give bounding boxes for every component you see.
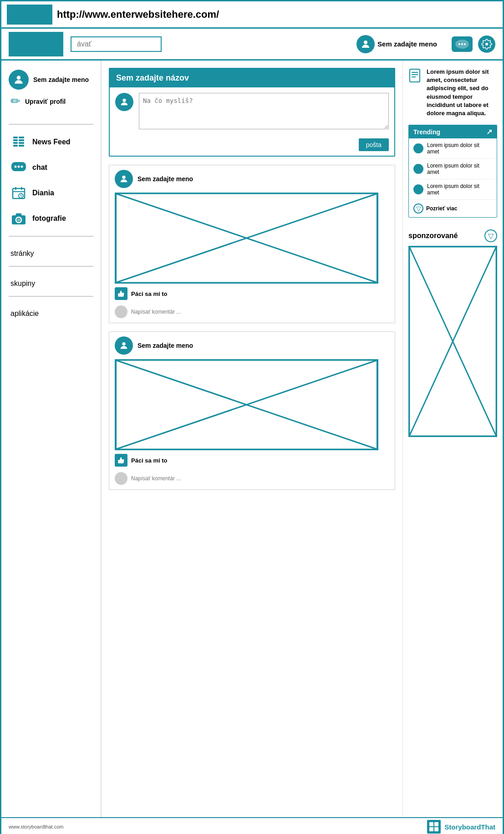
- news-feed-icon: [10, 134, 27, 150]
- feed-post-1-comment-row: Napísať komentár ...: [109, 304, 395, 323]
- sidebar-username: Sem zadajte meno: [33, 76, 89, 83]
- aplikacie-label[interactable]: aplikácie: [9, 301, 93, 321]
- skupiny-label[interactable]: skupiny: [9, 271, 93, 291]
- svg-point-16: [18, 166, 20, 168]
- footer-url: www.storyboardthat.com: [9, 824, 63, 829]
- nav-bar: Sem zadajte meno: [1, 29, 503, 61]
- post-box-footer: pošta: [110, 135, 394, 156]
- top-bar: http://www.enterwebsitehere.com/: [1, 1, 503, 29]
- svg-rect-38: [410, 69, 420, 82]
- comment-placeholder-2: Napísať komentár ...: [131, 475, 181, 482]
- svg-point-4: [464, 43, 466, 45]
- post-input[interactable]: [139, 93, 389, 129]
- sidebar-item-diania[interactable]: Diania: [9, 180, 93, 206]
- main-layout: Sem zadajte meno ✏ Upraviť profil: [1, 61, 503, 817]
- trending-more-text: Pozrieť viac: [426, 205, 457, 212]
- logo-placeholder: [7, 5, 52, 25]
- sponsored-title: sponzorované: [408, 232, 458, 240]
- sponsored-header: sponzorované ▽: [408, 229, 497, 242]
- chat-icon[interactable]: [452, 36, 473, 52]
- sidebar-item-chat[interactable]: chat: [9, 155, 93, 180]
- sidebar-item-news-feed[interactable]: News Feed: [9, 129, 93, 155]
- post-box-title: Sem zadajte názov: [110, 69, 394, 87]
- trending-text-1: Lorem ipsum dolor sit amet: [427, 163, 492, 175]
- sidebar-item-fotografie[interactable]: fotografie: [9, 206, 93, 231]
- feed-post-2-comment-row: Napísať komentár ...: [109, 470, 395, 489]
- svg-point-28: [17, 219, 20, 221]
- sidebar-divider-3: [9, 266, 93, 267]
- svg-rect-20: [21, 187, 22, 190]
- trending-item-0[interactable]: Lorem ipsum dolor sit amet: [409, 138, 497, 159]
- sponsored-arrow-btn[interactable]: ▽: [484, 229, 497, 242]
- nav-icons: [452, 36, 495, 53]
- feed-post-1-name: Sem zadajte meno: [137, 175, 193, 183]
- promo-text: Lorem ipsum dolor sit amet, consectetur …: [427, 68, 497, 117]
- storyboardthat-icon: [427, 820, 441, 834]
- nav-username: Sem zadajte meno: [377, 40, 437, 48]
- feed-post-2-header: Sem zadajte meno: [109, 332, 395, 359]
- like-icon-2[interactable]: [115, 454, 127, 467]
- feed-post-1-avatar: [115, 170, 133, 188]
- trending-more[interactable]: ▽ Pozrieť viac: [409, 200, 497, 217]
- svg-rect-45: [429, 822, 433, 826]
- svg-point-17: [21, 166, 23, 168]
- trending-item-1[interactable]: Lorem ipsum dolor sit amet: [409, 159, 497, 179]
- calendar-icon: [10, 185, 27, 201]
- post-box-body: [110, 87, 394, 135]
- feed-post-2-image-wrap: [109, 359, 395, 450]
- feed-post-2-avatar: [115, 336, 133, 355]
- trending-dot-0: [413, 143, 423, 153]
- svg-point-2: [458, 43, 460, 45]
- svg-point-15: [15, 166, 17, 168]
- center-feed: Sem zadajte názov pošta Sem zadajte meno: [102, 61, 402, 817]
- right-promo: Lorem ipsum dolor sit amet, consectetur …: [408, 68, 497, 117]
- sidebar: Sem zadajte meno ✏ Upraviť profil: [1, 61, 102, 817]
- trending-icon: ↗: [486, 127, 492, 136]
- like-label-2: Páci sa mi to: [131, 457, 167, 464]
- feed-post-1-header: Sem zadajte meno: [109, 165, 395, 193]
- svg-line-24: [21, 196, 22, 197]
- url-bar: http://www.enterwebsitehere.com/: [57, 9, 497, 20]
- trending-item-2[interactable]: Lorem ipsum dolor sit amet: [409, 179, 497, 200]
- chat-nav-icon: [10, 159, 27, 176]
- like-label-1: Páci sa mi to: [131, 290, 167, 297]
- svg-point-29: [122, 99, 126, 102]
- svg-rect-48: [434, 827, 438, 831]
- footer-brand: StoryboardThat: [427, 820, 495, 834]
- comment-avatar-2: [115, 472, 127, 485]
- stranky-label[interactable]: stránky: [9, 241, 93, 261]
- svg-rect-11: [19, 139, 24, 141]
- trending-dot-1: [413, 164, 423, 174]
- svg-point-34: [122, 342, 125, 346]
- feed-post-1-actions[interactable]: Páci sa mi to: [109, 284, 395, 304]
- diania-label: Diania: [32, 189, 54, 197]
- feed-post-1-image-wrap: [109, 193, 395, 284]
- trending-box: Trending ↗ Lorem ipsum dolor sit amet Lo…: [408, 125, 497, 218]
- trending-header: Trending ↗: [409, 125, 497, 138]
- trending-text-2: Lorem ipsum dolor sit amet: [427, 183, 492, 196]
- feed-post-2-image: [115, 359, 378, 450]
- svg-rect-8: [13, 142, 18, 144]
- pencil-icon: ✏: [10, 94, 20, 108]
- feed-post-2-actions[interactable]: Páci sa mi to: [109, 450, 395, 470]
- svg-rect-47: [429, 827, 433, 831]
- svg-rect-10: [19, 137, 24, 138]
- sidebar-avatar: [9, 70, 29, 90]
- like-icon-1[interactable]: [115, 287, 127, 300]
- chat-label: chat: [32, 163, 47, 172]
- post-button[interactable]: pošta: [359, 138, 389, 151]
- sidebar-edit[interactable]: ✏ Upraviť profil: [9, 94, 93, 108]
- settings-icon[interactable]: [478, 36, 495, 53]
- comment-placeholder-1: Napísať komentár ...: [131, 309, 181, 315]
- search-input[interactable]: [71, 36, 162, 52]
- svg-rect-13: [19, 145, 24, 147]
- trending-dot-2: [413, 184, 423, 194]
- sidebar-user: Sem zadajte meno: [9, 70, 93, 90]
- sidebar-divider-2: [9, 236, 93, 237]
- svg-rect-12: [19, 142, 24, 144]
- svg-rect-46: [434, 822, 438, 826]
- footer-brand-text: StoryboardThat: [444, 823, 495, 831]
- edit-profile-label: Upraviť profil: [25, 98, 66, 105]
- sidebar-divider: [9, 124, 93, 125]
- nav-logo: [9, 32, 63, 56]
